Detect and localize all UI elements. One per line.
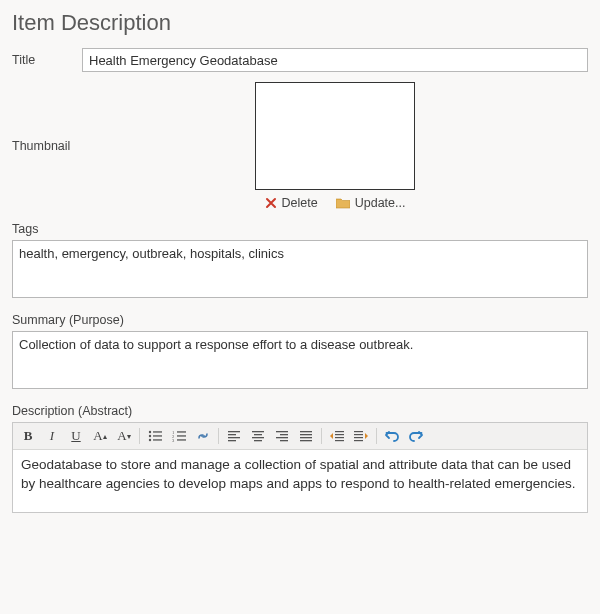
svg-rect-16: [252, 431, 264, 432]
undo-button[interactable]: [381, 426, 403, 446]
tags-label: Tags: [12, 222, 588, 236]
italic-button[interactable]: I: [41, 426, 63, 446]
description-editor: B I U A▴ A▾: [12, 422, 588, 513]
svg-point-0: [149, 431, 151, 433]
caret-down-icon: ▾: [127, 432, 131, 441]
svg-rect-30: [335, 437, 344, 438]
svg-rect-29: [335, 434, 344, 435]
redo-button[interactable]: [405, 426, 427, 446]
thumbnail-row: Thumbnail Delete Update...: [12, 82, 588, 210]
svg-rect-33: [354, 434, 363, 435]
align-left-icon: [227, 430, 241, 442]
svg-rect-31: [335, 440, 344, 441]
title-label: Title: [12, 53, 82, 67]
title-input[interactable]: [82, 48, 588, 72]
summary-group: Summary (Purpose): [12, 313, 588, 392]
title-row: Title: [12, 48, 588, 72]
rich-text-toolbar: B I U A▴ A▾: [13, 423, 587, 450]
tags-group: Tags: [12, 222, 588, 301]
indent-button[interactable]: [350, 426, 372, 446]
svg-rect-7: [177, 431, 186, 432]
svg-rect-22: [276, 437, 288, 438]
align-left-button[interactable]: [223, 426, 245, 446]
svg-rect-32: [354, 431, 363, 432]
svg-text:3: 3: [172, 438, 175, 442]
svg-rect-25: [300, 434, 312, 435]
svg-rect-28: [335, 431, 344, 432]
svg-rect-26: [300, 437, 312, 438]
svg-rect-13: [228, 434, 236, 435]
description-input[interactable]: Geodatabase to store and manage a collec…: [13, 450, 587, 512]
delete-icon: [265, 197, 277, 209]
delete-label: Delete: [282, 196, 318, 210]
thumbnail-actions: Delete Update...: [265, 196, 406, 210]
page-title: Item Description: [12, 10, 588, 36]
hyperlink-button[interactable]: [192, 426, 214, 446]
indent-icon: [353, 430, 369, 442]
align-center-button[interactable]: [247, 426, 269, 446]
svg-rect-14: [228, 437, 240, 438]
svg-rect-9: [177, 435, 186, 436]
caret-up-icon: ▴: [103, 432, 107, 441]
summary-label: Summary (Purpose): [12, 313, 588, 327]
svg-rect-5: [153, 439, 162, 440]
description-group: Description (Abstract) B I U A▴ A▾: [12, 404, 588, 513]
thumbnail-update-button[interactable]: Update...: [336, 196, 406, 210]
folder-icon: [336, 197, 350, 209]
svg-rect-35: [354, 440, 363, 441]
numbered-list-icon: 1 2 3: [172, 430, 186, 442]
link-icon: [196, 430, 210, 442]
underline-button[interactable]: U: [65, 426, 87, 446]
outdent-icon: [329, 430, 345, 442]
svg-rect-34: [354, 437, 363, 438]
svg-rect-19: [254, 440, 262, 441]
svg-rect-27: [300, 440, 312, 441]
separator: [218, 428, 219, 444]
separator: [376, 428, 377, 444]
update-label: Update...: [355, 196, 406, 210]
svg-rect-12: [228, 431, 240, 432]
svg-point-4: [149, 439, 151, 441]
svg-rect-1: [153, 431, 162, 432]
item-description-panel: Item Description Title Thumbnail Delete: [0, 0, 600, 527]
svg-rect-23: [280, 440, 288, 441]
thumbnail-label: Thumbnail: [12, 139, 82, 153]
svg-rect-21: [280, 434, 288, 435]
align-right-button[interactable]: [271, 426, 293, 446]
separator: [139, 428, 140, 444]
thumbnail-delete-button[interactable]: Delete: [265, 196, 318, 210]
svg-rect-20: [276, 431, 288, 432]
svg-rect-3: [153, 435, 162, 436]
bullet-list-icon: [148, 430, 162, 442]
align-right-icon: [275, 430, 289, 442]
grow-font-button[interactable]: A▴: [89, 426, 111, 446]
svg-rect-24: [300, 431, 312, 432]
bullet-list-button[interactable]: [144, 426, 166, 446]
description-label: Description (Abstract): [12, 404, 588, 418]
svg-point-2: [149, 435, 151, 437]
svg-rect-18: [252, 437, 264, 438]
svg-rect-11: [177, 439, 186, 440]
separator: [321, 428, 322, 444]
summary-input[interactable]: [12, 331, 588, 389]
tags-input[interactable]: [12, 240, 588, 298]
outdent-button[interactable]: [326, 426, 348, 446]
svg-rect-15: [228, 440, 236, 441]
align-center-icon: [251, 430, 265, 442]
bold-button[interactable]: B: [17, 426, 39, 446]
shrink-font-button[interactable]: A▾: [113, 426, 135, 446]
undo-icon: [384, 429, 400, 443]
align-justify-button[interactable]: [295, 426, 317, 446]
thumbnail-preview[interactable]: [255, 82, 415, 190]
align-justify-icon: [299, 430, 313, 442]
numbered-list-button[interactable]: 1 2 3: [168, 426, 190, 446]
svg-rect-17: [254, 434, 262, 435]
redo-icon: [408, 429, 424, 443]
